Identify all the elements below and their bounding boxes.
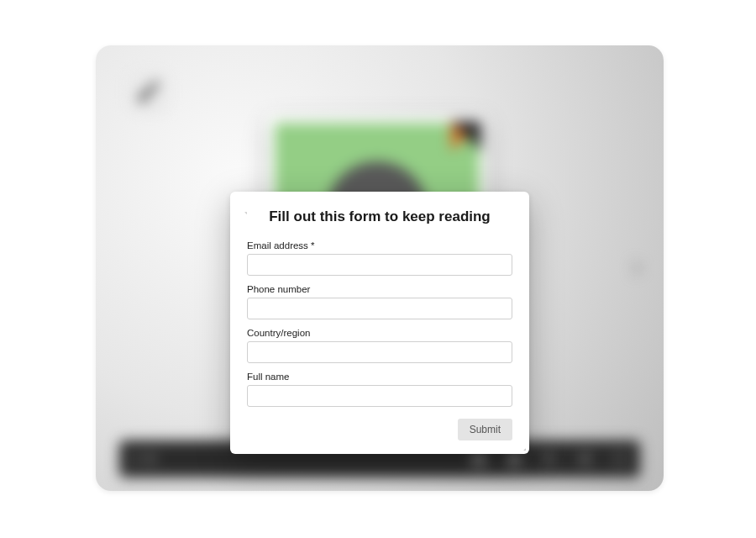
fullscreen-button[interactable]: [612, 451, 628, 467]
submit-button[interactable]: Submit: [458, 419, 512, 440]
modal-title: Fill out this form to keep reading: [247, 208, 512, 225]
search-button[interactable]: [541, 451, 558, 467]
svg-point-10: [586, 462, 589, 464]
next-page-button[interactable]: [622, 253, 652, 283]
email-label: Email address *: [247, 240, 512, 251]
svg-point-8: [580, 457, 582, 460]
country-label: Country/region: [247, 328, 512, 338]
share-icon: [577, 451, 592, 467]
email-field[interactable]: [247, 254, 512, 276]
resize-handle-bottom-right[interactable]: [526, 451, 529, 454]
phone-label: Phone number: [247, 284, 512, 294]
svg-rect-1: [480, 453, 485, 457]
pen-logo-icon: [137, 80, 160, 103]
resize-handle-top-right[interactable]: [247, 208, 250, 212]
lead-capture-modal: Fill out this form to keep reading Email…: [230, 192, 529, 454]
svg-rect-2: [473, 461, 477, 465]
svg-rect-0: [473, 453, 477, 457]
document-viewer-stage: 1 / 10 Fill out thi: [96, 45, 664, 491]
phone-field[interactable]: [247, 298, 512, 319]
svg-point-9: [586, 454, 589, 456]
app-logo: [129, 72, 168, 111]
share-button[interactable]: [576, 451, 593, 467]
country-field[interactable]: [247, 341, 512, 363]
svg-rect-3: [480, 461, 485, 465]
fullscreen-icon: [612, 451, 627, 467]
chevron-right-icon: [627, 259, 646, 277]
name-field[interactable]: [247, 385, 512, 407]
svg-point-7: [544, 454, 552, 462]
name-label: Full name: [247, 372, 512, 382]
page-indicator: 1 / 10: [131, 453, 156, 465]
search-icon: [542, 451, 557, 467]
